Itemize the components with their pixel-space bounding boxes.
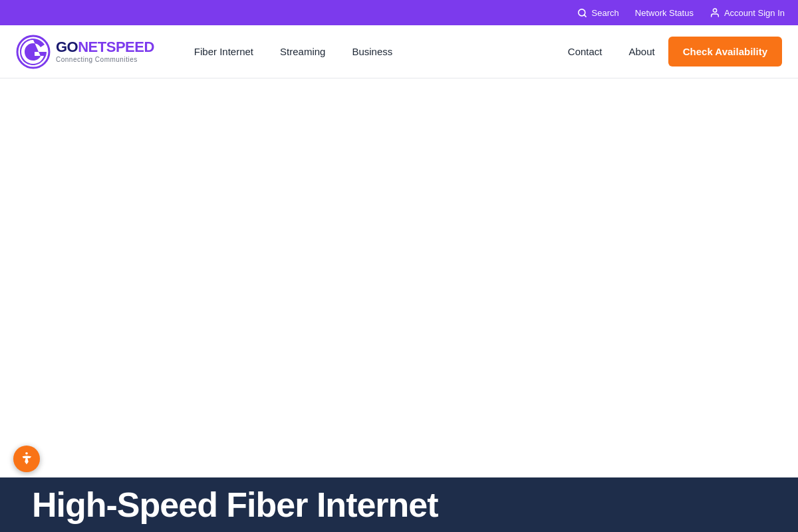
network-status-label: Network Status [635,8,694,18]
hero-heading: High-Speed Fiber Internet [32,487,438,522]
network-status-link[interactable]: Network Status [635,8,694,18]
logo-link[interactable]: GONETSPEED Connecting Communities [16,35,154,69]
main-content-area [0,78,798,477]
account-icon [710,7,720,18]
svg-line-1 [584,15,586,17]
check-availability-button[interactable]: Check Availability [668,37,782,66]
utility-bar: Search Network Status Account Sign In [0,0,798,25]
logo-brand: GONETSPEED [56,40,154,55]
logo-tagline: Connecting Communities [56,56,154,63]
nav-link-contact[interactable]: Contact [555,25,616,78]
nav-links: Fiber Internet Streaming Business Contac… [181,25,668,78]
logo-brand-suffix: NETSPEED [78,39,154,55]
search-link[interactable]: Search [577,7,619,18]
svg-point-2 [713,9,716,12]
search-icon [577,7,588,18]
nav-link-streaming[interactable]: Streaming [267,25,338,78]
nav-link-business[interactable]: Business [338,25,406,78]
nav-link-about[interactable]: About [616,25,668,78]
svg-point-4 [25,452,28,455]
search-label: Search [592,8,619,18]
logo-brand-prefix: GO [56,39,78,55]
main-navigation: GONETSPEED Connecting Communities Fiber … [0,25,798,78]
bottom-section: High-Speed Fiber Internet [0,477,798,532]
account-sign-in-link[interactable]: Account Sign In [710,7,785,18]
accessibility-button[interactable] [13,446,40,472]
nav-link-fiber-internet[interactable]: Fiber Internet [181,25,267,78]
account-sign-in-label: Account Sign In [724,8,785,18]
logo-icon [16,35,51,69]
accessibility-icon [19,452,34,466]
